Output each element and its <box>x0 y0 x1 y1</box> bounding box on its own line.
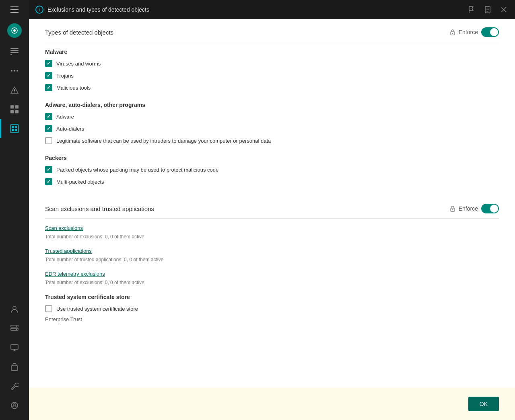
adware-label: Adware <box>56 114 74 120</box>
types-section-header: Types of detected objects Enforce <box>45 19 499 42</box>
packed-objects-checkbox[interactable]: ✓ <box>45 166 52 173</box>
scan-section-title: Scan exclusions and trusted applications <box>45 205 154 212</box>
scan-exclusions-description: Total number of exclusions: 0, 0 of them… <box>45 234 144 240</box>
multi-packed-item: ✓ Multi-packed objects <box>45 177 499 186</box>
viruses-item: ✓ Viruses and worms <box>45 59 499 68</box>
malware-group: Malware ✓ Viruses and worms ✓ Trojans ✓ <box>45 49 499 92</box>
packed-objects-item: ✓ Packed objects whose packing may be us… <box>45 165 499 174</box>
enterprise-trust-label: Enterprise Trust <box>45 316 499 322</box>
content-scroll: Types of detected objects Enforce Malwar… <box>29 19 515 388</box>
malicious-tools-label: Malicious tools <box>56 85 91 91</box>
malicious-tools-checkbox[interactable]: ✓ <box>45 84 52 91</box>
sidebar-item-dashes[interactable] <box>0 61 29 80</box>
sidebar-bottom <box>0 299 29 420</box>
types-enforce-toggle[interactable] <box>481 27 499 37</box>
types-enforce-label: Enforce <box>459 29 478 35</box>
types-enforce-container: Enforce <box>450 27 499 37</box>
svg-rect-18 <box>15 110 19 113</box>
svg-point-28 <box>16 329 17 330</box>
titlebar-actions <box>467 5 509 14</box>
sidebar-item-wrench[interactable] <box>0 377 29 396</box>
multi-packed-label: Multi-packed objects <box>56 179 104 185</box>
svg-point-32 <box>13 404 16 406</box>
adware-checkbox[interactable]: ✓ <box>45 113 52 120</box>
legitimate-software-checkbox[interactable] <box>45 137 52 144</box>
svg-rect-22 <box>12 129 14 131</box>
sidebar-item-server[interactable] <box>0 319 29 338</box>
hamburger-button[interactable] <box>0 0 29 19</box>
sidebar-top <box>0 0 29 138</box>
types-section-title: Types of detected objects <box>45 29 113 36</box>
sidebar-item-people[interactable] <box>0 299 29 319</box>
cert-checkbox-item: Use trusted system certificate store <box>45 304 499 313</box>
cert-checkbox[interactable] <box>45 305 52 312</box>
scan-links-section: Scan exclusions Total number of exclusio… <box>45 225 499 286</box>
sidebar-item-grid[interactable] <box>0 100 29 119</box>
scan-enforce-label: Enforce <box>459 205 478 212</box>
trojans-label: Trojans <box>56 73 74 79</box>
multi-packed-checkbox[interactable]: ✓ <box>45 178 52 185</box>
svg-point-14 <box>14 92 15 92</box>
svg-rect-1 <box>10 9 19 10</box>
page-title: Exclusions and types of detected objects <box>47 6 467 13</box>
sidebar-item-user[interactable] <box>0 396 29 415</box>
sidebar-item-active[interactable] <box>0 119 29 138</box>
book-button[interactable] <box>483 5 492 14</box>
svg-rect-17 <box>10 110 14 113</box>
trusted-applications-item: Trusted applications Total number of tru… <box>45 248 499 263</box>
sidebar-item-list[interactable] <box>0 42 29 61</box>
svg-point-10 <box>14 70 15 72</box>
adware-item: ✓ Adware <box>45 112 499 121</box>
app-logo <box>7 23 22 38</box>
sidebar-item-monitor[interactable] <box>0 338 29 357</box>
titlebar: i Exclusions and types of detected objec… <box>29 0 515 19</box>
scan-exclusions-item: Scan exclusions Total number of exclusio… <box>45 225 499 240</box>
edr-telemetry-item: EDR telemetry exclusions Total number of… <box>45 271 499 286</box>
svg-rect-7 <box>10 52 19 53</box>
svg-rect-30 <box>11 366 18 371</box>
svg-point-4 <box>13 29 16 32</box>
viruses-checkbox[interactable]: ✓ <box>45 60 52 67</box>
svg-rect-13 <box>14 89 15 91</box>
trojans-checkbox[interactable]: ✓ <box>45 72 52 79</box>
svg-rect-29 <box>11 344 18 349</box>
cert-checkbox-label: Use trusted system certificate store <box>56 306 138 312</box>
svg-rect-25 <box>11 325 18 327</box>
svg-rect-26 <box>11 328 18 330</box>
auto-dialers-label: Auto-dialers <box>56 126 84 132</box>
svg-rect-8 <box>10 54 12 55</box>
trusted-applications-description: Total number of trusted applications: 0,… <box>45 257 163 262</box>
svg-point-27 <box>16 326 17 326</box>
svg-point-37 <box>452 209 453 210</box>
flag-button[interactable] <box>467 5 476 14</box>
auto-dialers-checkbox[interactable]: ✓ <box>45 125 52 132</box>
close-button[interactable] <box>499 5 509 14</box>
svg-rect-20 <box>12 126 14 128</box>
cert-section: Trusted system certificate store Use tru… <box>45 294 499 322</box>
svg-point-24 <box>13 306 16 309</box>
malicious-tools-item: ✓ Malicious tools <box>45 83 499 92</box>
svg-point-35 <box>452 33 453 34</box>
sidebar-item-warning[interactable] <box>0 80 29 100</box>
sidebar <box>0 0 29 420</box>
lock-icon-types <box>450 29 455 35</box>
edr-telemetry-link[interactable]: EDR telemetry exclusions <box>45 271 499 277</box>
trojans-item: ✓ Trojans <box>45 71 499 80</box>
scan-exclusions-link[interactable]: Scan exclusions <box>45 225 499 231</box>
svg-rect-19 <box>10 125 19 133</box>
malware-title: Malware <box>45 49 499 55</box>
adware-title: Adware, auto-dialers, other programs <box>45 102 499 108</box>
svg-rect-0 <box>10 6 19 7</box>
sidebar-item-bag[interactable] <box>0 357 29 377</box>
legitimate-software-label: Legitimate software that can be used by … <box>56 138 271 144</box>
lock-icon-scan <box>450 205 455 212</box>
packed-objects-label: Packed objects whose packing may be used… <box>56 167 218 173</box>
scan-enforce-container: Enforce <box>450 204 499 213</box>
svg-rect-16 <box>15 105 19 109</box>
ok-button[interactable]: OK <box>468 397 499 411</box>
legitimate-software-item: Legitimate software that can be used by … <box>45 136 499 145</box>
svg-rect-2 <box>10 12 19 13</box>
svg-point-9 <box>11 70 12 72</box>
scan-enforce-toggle[interactable] <box>481 204 499 213</box>
trusted-applications-link[interactable]: Trusted applications <box>45 248 499 254</box>
